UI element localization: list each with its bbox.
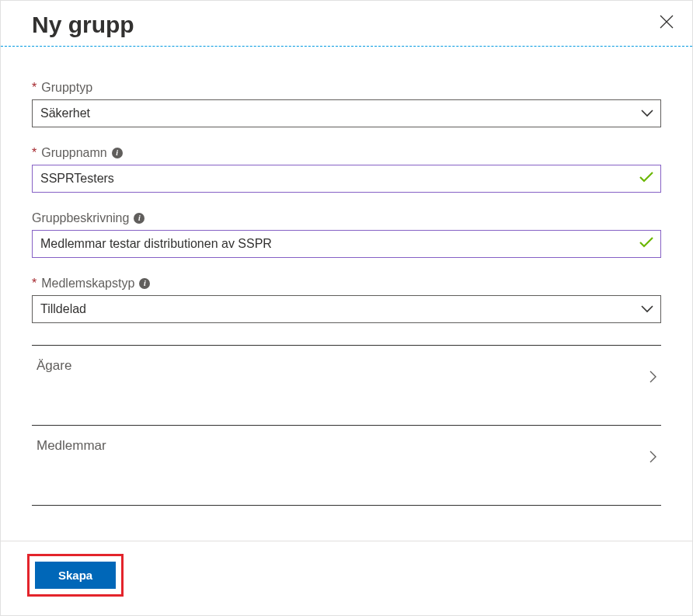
members-label: Medlemmar bbox=[32, 438, 106, 454]
membership-type-value: Tilldelad bbox=[40, 302, 86, 316]
chevron-right-icon bbox=[649, 358, 661, 386]
close-button[interactable] bbox=[660, 12, 677, 31]
required-indicator: * bbox=[32, 277, 37, 291]
owners-label: Ägare bbox=[32, 358, 71, 374]
group-name-label: Gruppnamn bbox=[41, 146, 107, 160]
group-description-input[interactable] bbox=[32, 230, 661, 258]
group-type-select[interactable]: Säkerhet bbox=[32, 99, 661, 127]
create-button-highlight: Skapa bbox=[27, 554, 124, 597]
info-icon[interactable]: i bbox=[139, 278, 150, 289]
chevron-right-icon bbox=[649, 438, 661, 466]
membership-type-select[interactable]: Tilldelad bbox=[32, 295, 661, 323]
members-link[interactable]: Medlemmar bbox=[32, 425, 661, 506]
group-name-input[interactable] bbox=[32, 165, 661, 193]
create-button[interactable]: Skapa bbox=[35, 562, 116, 589]
group-type-value: Säkerhet bbox=[40, 106, 90, 120]
panel-title: Ny grupp bbox=[32, 12, 134, 38]
group-description-label: Gruppbeskrivning bbox=[32, 211, 129, 225]
owners-link[interactable]: Ägare bbox=[32, 345, 661, 425]
required-indicator: * bbox=[32, 146, 37, 160]
group-type-label: Grupptyp bbox=[41, 81, 92, 95]
info-icon[interactable]: i bbox=[134, 213, 145, 224]
membership-type-label: Medlemskapstyp bbox=[41, 277, 134, 291]
required-indicator: * bbox=[32, 81, 37, 95]
close-icon bbox=[660, 15, 674, 29]
info-icon[interactable]: i bbox=[112, 148, 123, 158]
